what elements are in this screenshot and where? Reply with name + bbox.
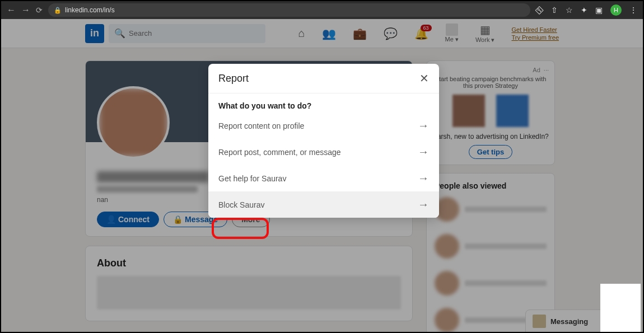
close-icon: ✕ [419,72,429,85]
report-option-help[interactable]: Get help for Saurav → [208,165,439,191]
profile-avatar[interactable]: H [610,4,622,16]
forward-button[interactable]: → [21,5,30,15]
address-bar[interactable]: 🔒 linkedin.com/in/s [48,3,530,17]
report-option-content[interactable]: Report content on profile → [208,112,439,139]
bookmark-icon[interactable]: ☆ [566,6,573,15]
back-button[interactable]: ← [7,5,16,15]
arrow-right-icon: → [418,146,429,158]
url-text: linkedin.com/in/s [65,6,115,14]
arrow-right-icon: → [418,119,429,132]
extensions-icon[interactable]: ✦ [581,6,587,15]
browser-menu-icon[interactable]: ⋮ [629,6,637,15]
close-button[interactable]: ✕ [419,72,429,85]
option-label: Report content on profile [218,121,304,130]
reload-button[interactable]: ⟳ [36,6,43,15]
modal-title: Report [218,73,249,85]
browser-actions: ⚿ ⇧ ☆ ✦ ▣ H ⋮ [536,4,637,16]
browser-toolbar: ← → ⟳ 🔒 linkedin.com/in/s ⚿ ⇧ ☆ ✦ ▣ H ⋮ [1,1,643,19]
share-icon[interactable]: ⇧ [551,6,558,15]
option-label: Get help for Saurav [218,174,286,183]
report-modal: Report ✕ What do you want to do? Report … [208,64,439,218]
option-label: Report post, comment, or message [218,148,341,157]
arrow-right-icon: → [418,198,429,211]
option-label: Block Saurav [218,200,264,209]
password-key-icon[interactable]: ⚿ [534,4,545,16]
modal-question: What do you want to do? [208,93,439,112]
report-option-post[interactable]: Report post, comment, or message → [208,139,439,165]
arrow-right-icon: → [418,172,429,185]
report-option-block[interactable]: Block Saurav → [208,191,439,218]
sidepanel-icon[interactable]: ▣ [595,6,603,15]
overlay-box [600,284,641,332]
lock-icon: 🔒 [54,7,62,14]
